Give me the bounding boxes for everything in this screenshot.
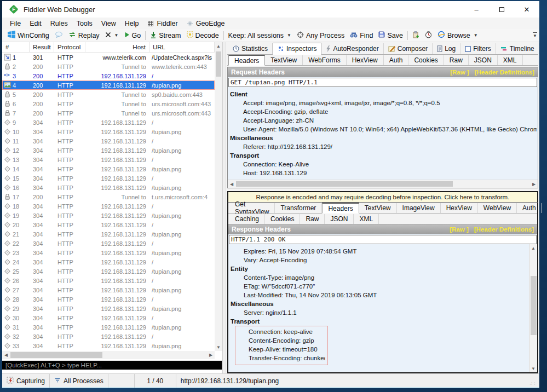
remove-sessions-button[interactable]: ▼ [102,29,122,42]
scrollbar-thumb[interactable] [10,352,102,358]
subtab-raw[interactable]: Raw [300,214,325,224]
session-row[interactable]: 19 304 HTTP 192.168.131.129 /tupian.png [2,211,215,220]
subtab-textview[interactable]: TextView [359,203,397,213]
subtab-webforms[interactable]: WebForms [303,55,346,65]
session-row[interactable]: 5 200 HTTP Tunnel to sp0.baidu.com:443 [2,90,215,99]
session-vertical-scrollbar[interactable]: ▲ ▼ [215,42,222,351]
quickexec-input[interactable]: [QuickExec] ALT+Q > type HELP... [2,360,222,370]
scroll-right-icon[interactable]: ▶ [207,353,215,358]
session-row[interactable]: 21 304 HTTP 192.168.131.129 /tupian.png [2,229,215,239]
tab-filters[interactable]: Filters [460,43,496,54]
session-row[interactable]: <> 3 200 HTTP 192.168.131.129 / [2,71,215,80]
tab-autoresponder[interactable]: AutoResponder [321,43,383,54]
subtab-imageview[interactable]: ImageView [397,203,441,213]
subtab-xml[interactable]: XML [354,214,379,224]
subtab-cookies[interactable]: Cookies [408,55,444,65]
subtab-headers[interactable]: Headers [322,203,359,214]
session-row[interactable]: 14 304 HTTP 192.168.131.129 /tupian.png [2,164,215,174]
subtab-cookies[interactable]: Cookies [265,214,300,224]
browse-button[interactable]: Browse ▼ [435,29,481,42]
session-row[interactable]: 28 304 HTTP 192.168.131.129 / [2,295,215,304]
capturing-toggle[interactable]: Capturing [2,374,50,388]
tab-log[interactable]: Log [433,43,460,54]
session-row[interactable]: 9 304 HTTP 192.168.131.129 / [2,118,215,127]
tab-statistics[interactable]: Statistics [228,43,273,54]
session-row[interactable]: 18 304 HTTP 192.168.131.129 / [2,201,215,211]
header-definitions-link[interactable]: [Header Definitions] [475,69,534,76]
response-encoded-notice[interactable]: Response is encoded and may require deco… [227,191,538,202]
maximize-button[interactable] [489,1,514,18]
session-row[interactable]: 1 301 HTTP www.telerik.com /UpdateCheck.… [2,53,215,62]
session-row[interactable]: 17 200 HTTP Tunnel to t.urs.microsoft.co… [2,192,215,201]
tab-inspectors[interactable]: Inspectors [273,43,321,55]
winconfig-button[interactable]: WinConfig [5,29,52,42]
session-row[interactable]: 29 304 HTTP 192.168.131.129 /tupian.png [2,304,215,313]
subtab-json[interactable]: JSON [325,214,354,224]
subtab-auth[interactable]: Auth [384,55,409,65]
column-url[interactable]: URL [149,42,215,52]
subtab-webview[interactable]: WebView [478,203,517,213]
scrollbar-thumb[interactable] [236,181,453,187]
timer-button[interactable] [422,29,435,42]
subtab-textview[interactable]: TextView [265,55,303,65]
scroll-up-icon[interactable]: ▲ [529,244,537,252]
session-row[interactable]: 10 304 HTTP 192.168.131.129 /tupian.png [2,127,215,136]
session-row[interactable]: 11 304 HTTP 192.168.131.129 / [2,136,215,146]
session-row[interactable]: 26 304 HTTP 192.168.131.129 / [2,276,215,285]
session-row[interactable]: 12 304 HTTP 192.168.131.129 /tupian.png [2,146,215,155]
column-protocol[interactable]: Protocol [54,42,85,52]
session-row[interactable]: 32 304 HTTP 192.168.131.129 / [2,332,215,341]
subtab-headers[interactable]: Headers [228,55,265,66]
session-row[interactable]: 30 304 HTTP 192.168.131.129 / [2,313,215,322]
menu-rules[interactable]: Rules [46,18,72,29]
resize-grip-icon[interactable]: ⠴⠆ [529,381,538,388]
scrollbar-thumb[interactable] [216,51,221,77]
clipboard-button[interactable] [410,29,422,42]
scroll-down-icon[interactable]: ▼ [529,365,537,372]
column-result[interactable]: Result [30,42,54,52]
menu-file[interactable]: File [5,18,25,29]
scroll-left-icon[interactable]: ◀ [2,353,10,358]
minimize-button[interactable]: – [464,1,489,18]
session-row[interactable]: 15 304 HTTP 192.168.131.129 / [2,174,215,183]
menu-help[interactable]: Help [120,18,143,29]
subtab-xml[interactable]: XML [498,55,523,65]
replay-button[interactable]: Replay [66,29,102,42]
subtab-caching[interactable]: Caching [229,214,265,224]
session-row[interactable]: 4 200 HTTP 192.168.131.129 /tupian.png [2,80,215,90]
session-row[interactable]: 25 304 HTTP 192.168.131.129 /tupian.png [2,267,215,276]
request-horizontal-scrollbar[interactable]: ◀ ▶ [228,180,538,188]
column-number[interactable]: # [2,42,30,52]
session-horizontal-scrollbar[interactable]: ◀ ▶ [2,351,215,359]
raw-link[interactable]: [Raw ] [450,69,469,76]
decode-button[interactable]: Decode [184,29,222,42]
session-row[interactable]: 31 304 HTTP 192.168.131.129 /tupian.png [2,322,215,332]
response-vertical-scrollbar[interactable]: ▲ ▼ [529,244,537,372]
subtab-get-syntaxview[interactable]: Get SyntaxView [229,203,275,213]
session-row[interactable]: 2 200 HTTP Tunnel to www.telerik.com:443 [2,62,215,71]
process-filter-selector[interactable]: All Processes [50,374,108,388]
go-button[interactable]: Go [122,29,144,42]
raw-link[interactable]: [Raw ] [450,226,469,233]
save-button[interactable]: Save [376,29,406,42]
session-row[interactable]: 16 304 HTTP 192.168.131.129 /tupian.png [2,183,215,192]
menu-view[interactable]: View [97,18,120,29]
tab-timeline[interactable]: Timeline [496,43,539,54]
subtab-hexview[interactable]: HexView [441,203,478,213]
session-row[interactable]: 23 304 HTTP 192.168.131.129 /tupian.png [2,248,215,257]
session-row[interactable]: 33 304 HTTP 192.168.131.129 /tupian.png [2,341,215,350]
header-definitions-link[interactable]: [Header Definitions] [474,226,534,233]
session-row[interactable]: 22 304 HTTP 192.168.131.129 / [2,239,215,248]
subtab-raw[interactable]: Raw [444,55,469,65]
menu-tools[interactable]: Tools [72,18,97,29]
menu-fiddler[interactable]: Fiddler [143,18,182,29]
subtab-json[interactable]: JSON [469,55,498,65]
session-row[interactable]: 6 200 HTTP Tunnel to urs.microsoft.com:4… [2,99,215,108]
subtab-auth[interactable]: Auth [517,203,542,213]
session-row[interactable]: 7 200 HTTP Tunnel to urs.microsoft.com:4… [2,108,215,118]
comment-button[interactable] [52,29,66,42]
find-button[interactable]: Find [347,29,376,42]
scroll-left-icon[interactable]: ◀ [228,182,235,187]
subtab-hexview[interactable]: HexView [347,55,384,65]
session-row[interactable]: 27 304 HTTP 192.168.131.129 /tupian.png [2,285,215,295]
